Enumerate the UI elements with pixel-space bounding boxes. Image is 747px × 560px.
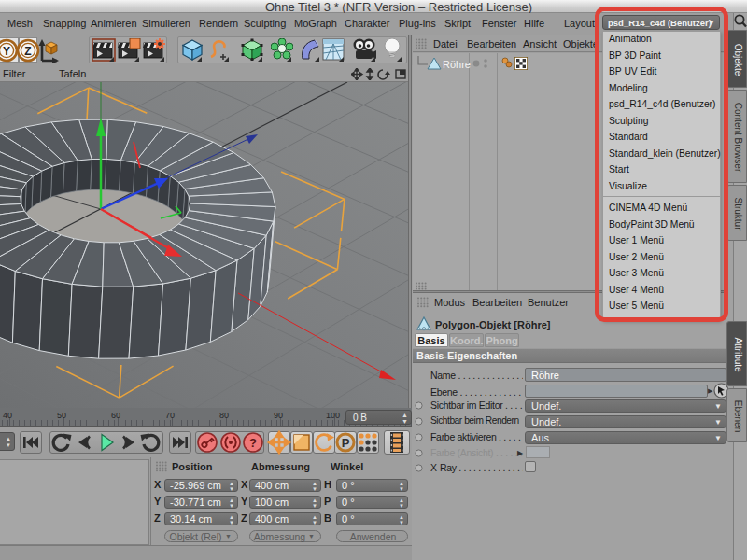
svg-text:P: P [342,436,350,450]
